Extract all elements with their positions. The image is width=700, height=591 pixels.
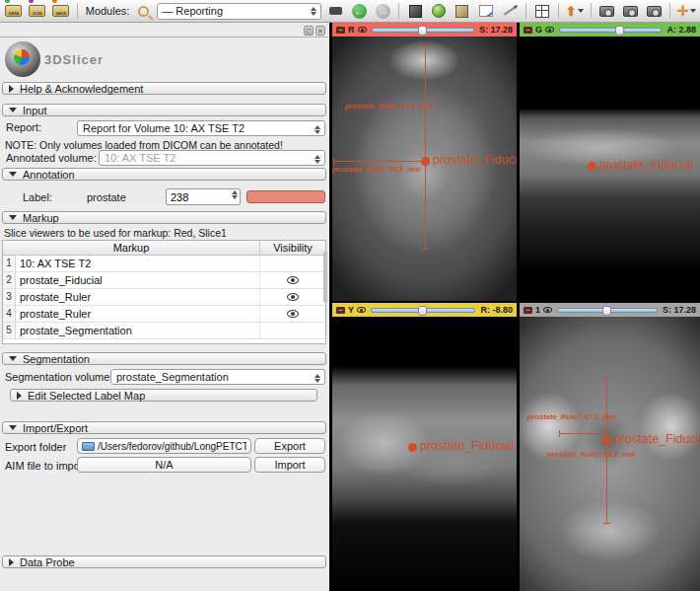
segmentation-volume-combobox[interactable]: prostate_Segmentation [110,369,325,385]
table-row[interactable]: 3 prostate_Ruler [3,289,325,306]
viewer-menu-icon[interactable]: – [524,307,532,314]
export-button[interactable]: Export [254,438,325,454]
close-panel-icon[interactable]: ✕ [315,26,325,36]
slice-slider-handle[interactable] [418,26,427,36]
slice-slider-handle[interactable] [602,306,611,316]
fiducial-label: prostate_Fiducial [614,432,700,446]
spinbox-arrows-icon [232,190,238,199]
viewer-visibility-eye-icon[interactable] [357,307,366,313]
load-data-icon[interactable]: DATA [4,2,24,20]
load-dicom-icon[interactable]: DCM [28,2,47,20]
visibility-eye-icon[interactable] [287,293,299,301]
slice-slider[interactable] [557,308,658,313]
red-slice-image[interactable]: prostate_Ruler: 47.3 mm prostate_Ruler: … [332,37,517,301]
segmentation-volume-label: Segmentation volume: [5,371,112,383]
fiducial-point[interactable] [421,157,430,166]
table-row[interactable]: 5 prostate_Segmentation [3,323,325,339]
annotated-volume-combobox[interactable]: 10: AX TSE T2 [99,150,325,166]
slice-slider[interactable] [559,28,662,33]
ruler-line-horizontal[interactable] [333,161,425,162]
yellow-slice-image[interactable]: prostate_Fiducial [332,317,517,591]
aim-file-button[interactable]: N/A [77,457,251,473]
fiducial-point[interactable] [408,443,417,452]
export-folder-button[interactable]: /Users/fedorov/github/LongPETCT-build [77,438,251,454]
combo-arrows-icon [314,153,321,165]
markup-table-header: Markup Visibility [3,241,325,256]
viewer-menu-icon[interactable]: – [336,307,345,314]
expanded-arrow-icon [9,356,17,361]
toolbar-separator [77,3,78,19]
import-button[interactable]: Import [254,457,325,473]
col-markup: Markup [3,241,260,255]
slice-slider[interactable] [371,308,475,313]
viewer-menu-icon[interactable]: – [524,27,532,34]
viewer-visibility-eye-icon[interactable] [545,27,554,33]
viewer-menu-icon[interactable]: – [336,27,345,34]
volumes-cube-icon[interactable] [453,2,472,20]
module-selector[interactable]: — Reporting [157,3,321,20]
annotate-pen-icon[interactable] [500,2,520,20]
fiducial-label: prostate_Fiducial [433,153,517,167]
green-slice-image[interactable]: prostate_Fiducial [520,37,700,301]
slice-slider-handle[interactable] [418,306,427,316]
ruler-line-vertical[interactable] [425,46,426,250]
chart-icon[interactable] [476,2,496,20]
modules-cube-icon[interactable] [405,2,425,20]
collapsed-arrow-icon [17,392,22,400]
combo-arrows-icon [310,6,317,18]
report-combobox[interactable]: Report for Volume 10: AX TSE T2 [77,120,325,136]
green-slice-viewer[interactable]: – G A: 2.88 prostate_Fiducial [520,23,700,301]
main-toolbar: DATA DCM SAVE Modules: — Reporting ← → ⬆… [0,0,700,23]
back-icon[interactable]: ← [349,2,369,20]
red-slice-viewer[interactable]: – R S: 17.28 prostate_Ruler: 47.3 mm pro… [332,23,517,301]
compare-slice-image[interactable]: prostate_Ruler: 47.3 mm prostate_Ruler: … [520,317,700,591]
compare-slice-viewer[interactable]: – 1 S: 17.28 prostate_Ruler: 47.3 mm pro… [520,303,700,591]
slice-slider-handle[interactable] [615,26,624,36]
label-color-swatch[interactable] [246,190,325,203]
table-row[interactable]: 1 10: AX TSE T2 [3,256,325,272]
screenshot-capture-icon[interactable]: ⬆ [565,2,585,20]
label-number-spinbox[interactable]: 238 [166,188,241,205]
forward-icon[interactable]: → [373,2,392,20]
scene-view-restore-icon[interactable] [644,2,664,20]
section-segmentation[interactable]: Segmentation [2,352,326,365]
section-annotation[interactable]: Annotation [2,168,326,181]
yellow-viewer-bar: – Y R: -8.80 [332,303,517,317]
screen-capture-icon[interactable] [597,2,617,20]
visibility-eye-icon[interactable] [287,276,299,284]
save-icon[interactable]: SAVE [51,2,71,20]
section-import-export[interactable]: Import/Export [2,421,326,434]
viewer-letter: R [348,25,355,35]
ruler-line-horizontal[interactable] [559,433,606,434]
red-viewer-bar: – R S: 17.28 [332,23,517,37]
fiducial-label: prostate_Fiducial [599,158,693,172]
data-sphere-icon[interactable] [429,2,449,20]
crosshair-icon[interactable]: ✛ [676,2,696,20]
table-row[interactable]: 4 prostate_Ruler [3,306,325,323]
section-markup[interactable]: Markup [2,211,326,224]
col-visibility: Visibility [260,241,325,255]
scene-view-icon[interactable] [620,2,640,20]
viewer-letter: 1 [535,305,540,315]
viewer-visibility-eye-icon[interactable] [358,27,367,33]
module-history-icon[interactable] [325,2,345,20]
table-row[interactable]: 2 prostate_Fiducial [3,272,325,289]
fiducial-point[interactable] [588,162,596,171]
visibility-eye-icon[interactable] [287,310,299,318]
module-search-icon[interactable] [133,2,153,20]
float-panel-icon[interactable]: ◱ [304,26,314,36]
slice-slider[interactable] [372,28,474,33]
panel-scrollbar[interactable] [323,252,327,303]
aim-file-label: AIM file to import [5,460,87,472]
edit-label-map-button[interactable]: Edit Selected Label Map [10,389,317,402]
expanded-arrow-icon [9,108,17,112]
toolbar-separator [591,3,592,19]
yellow-slice-viewer[interactable]: – Y R: -8.80 prostate_Fiducial [332,303,517,591]
layout-grid-icon[interactable] [532,2,552,20]
markup-table: Markup Visibility 1 10: AX TSE T2 2 pros… [2,240,326,344]
section-input[interactable]: Input [2,104,326,116]
viewer-visibility-eye-icon[interactable] [543,307,552,313]
fiducial-point[interactable] [602,436,611,445]
section-help-acknowledgement[interactable]: Help & Acknowledgement [2,82,326,95]
section-data-probe[interactable]: Data Probe [2,555,326,568]
